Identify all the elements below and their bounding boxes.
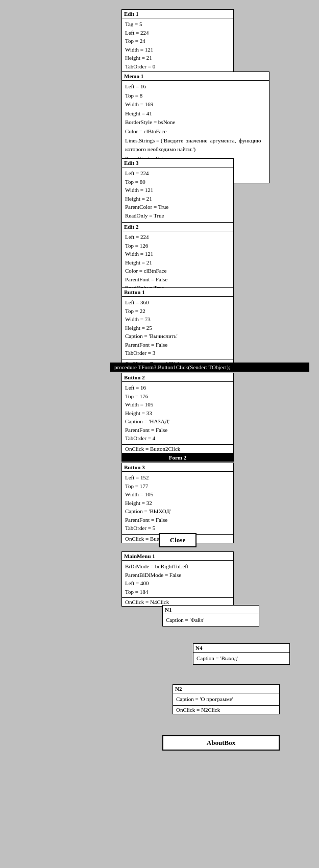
button3-prop-0: Left = 152 (125, 473, 230, 482)
edit3-prop-4: ParentColor = True (125, 203, 230, 211)
close-button[interactable]: Close (159, 533, 197, 547)
n4-panel: N4 Caption = 'Выход' (193, 643, 290, 665)
memo1-prop-3: Height = 41 (125, 109, 266, 118)
n4-title: N4 (193, 644, 289, 653)
edit1-prop-2: Top = 24 (125, 37, 230, 45)
edit2-prop-3: Height = 21 (125, 258, 230, 267)
edit3-prop-2: Width = 121 (125, 186, 230, 195)
edit1-prop-1: Left = 224 (125, 29, 230, 37)
n4-prop-0: Caption = 'Выход' (197, 654, 286, 663)
edit3-panel: Edit 3 Left = 224 Top = 80 Width = 121 H… (121, 158, 234, 230)
edit1-body: Tag = 5 Left = 224 Top = 24 Width = 121 … (122, 18, 233, 72)
n2-event: OnClick = N2Click (173, 705, 279, 714)
memo1-title: Memo 1 (122, 72, 269, 81)
button1-prop-6: TabOrder = 3 (125, 349, 230, 357)
mainmenu1-title: MainMenu 1 (122, 552, 233, 561)
button2-prop-2: Width = 105 (125, 400, 230, 409)
edit2-prop-4: Color = clBtnFace (125, 267, 230, 275)
n2-title: N2 (173, 685, 279, 693)
mainmenu1-prop-0: BiDiMode = bdRightToLeft (125, 562, 230, 571)
n1-prop-0: Caption = 'Файл' (166, 616, 256, 624)
n2-prop-0: Caption = 'О программе' (176, 695, 276, 704)
edit1-prop-5: TabOrder = 0 (125, 62, 230, 71)
edit2-prop-0: Left = 224 (125, 233, 230, 242)
form2-label: Form 2 (121, 453, 234, 462)
button1-panel: Button 1 Left = 360 Top = 22 Width = 73 … (121, 287, 234, 368)
button2-prop-0: Left = 16 (125, 383, 230, 392)
edit1-panel: Edit 1 Tag = 5 Left = 224 Top = 24 Width… (121, 9, 234, 81)
button1-prop-1: Top = 22 (125, 307, 230, 316)
button3-prop-2: Width = 105 (125, 490, 230, 499)
memo1-prop-4: BorderStyle = bsNone (125, 118, 266, 127)
button3-prop-3: Height = 32 (125, 499, 230, 508)
button2-prop-6: TabOrder = 4 (125, 434, 230, 443)
button1-prop-2: Width = 73 (125, 315, 230, 324)
aboutbox-label: AboutBox (162, 735, 280, 751)
mainmenu1-prop-2: Left = 400 (125, 579, 230, 588)
edit1-prop-4: Height = 21 (125, 54, 230, 62)
button2-title: Button 2 (122, 373, 233, 382)
n1-title: N1 (163, 606, 259, 614)
edit3-title: Edit 3 (122, 159, 233, 167)
memo1-prop-5: Color = clBtnFace (125, 127, 266, 136)
button1-prop-0: Left = 360 (125, 298, 230, 307)
button1-prop-3: Height = 25 (125, 324, 230, 332)
memo1-prop-2: Width = 169 (125, 100, 266, 109)
mainmenu1-body: BiDiMode = bdRightToLeft ParentBiDiMode … (122, 561, 233, 597)
n1-panel: N1 Caption = 'Файл' (162, 605, 259, 626)
n1-body: Caption = 'Файл' (163, 614, 259, 626)
edit2-title: Edit 2 (122, 223, 233, 231)
memo1-prop-6: Lines.Strings = ('Введите значение аргум… (125, 136, 266, 154)
button3-title: Button 3 (122, 463, 233, 472)
edit1-prop-0: Tag = 5 (125, 20, 230, 29)
button3-body: Left = 152 Top = 177 Width = 105 Height … (122, 472, 233, 534)
button2-panel: Button 2 Left = 16 Top = 176 Width = 105… (121, 373, 234, 453)
button1-prop-5: ParentFont = False (125, 341, 230, 349)
button2-body: Left = 16 Top = 176 Width = 105 Height =… (122, 382, 233, 444)
procedure-bar: procedure TForm3.Button1Click(Sender: TO… (110, 363, 309, 372)
memo1-prop-0: Left = 16 (125, 82, 266, 91)
n2-panel: N2 Caption = 'О программе' OnClick = N2C… (173, 684, 280, 714)
button2-prop-3: Height = 33 (125, 409, 230, 418)
memo1-prop-1: Top = 8 (125, 91, 266, 101)
edit3-prop-0: Left = 224 (125, 169, 230, 178)
button1-prop-4: Caption = 'Вычислить' (125, 332, 230, 341)
button2-prop-4: Caption = 'НАЗАД' (125, 417, 230, 426)
n2-body: Caption = 'О программе' (173, 693, 279, 705)
edit2-prop-5: ParentFont = False (125, 275, 230, 284)
edit1-title: Edit 1 (122, 10, 233, 18)
button3-prop-1: Top = 177 (125, 482, 230, 491)
button2-prop-5: ParentFont = False (125, 426, 230, 435)
edit1-prop-3: Width = 121 (125, 45, 230, 54)
button3-prop-4: Caption = 'ВЫХОД' (125, 507, 230, 516)
button1-body: Left = 360 Top = 22 Width = 73 Height = … (122, 297, 233, 359)
edit2-prop-2: Width = 121 (125, 250, 230, 258)
button1-title: Button 1 (122, 288, 233, 297)
n4-body: Caption = 'Выход' (193, 653, 289, 664)
edit2-prop-1: Top = 126 (125, 242, 230, 250)
button3-prop-5: ParentFont = False (125, 516, 230, 524)
edit3-prop-3: Height = 21 (125, 195, 230, 203)
edit3-prop-5: ReadOnly = True (125, 211, 230, 220)
mainmenu1-prop-1: ParentBiDiMode = False (125, 571, 230, 580)
edit3-prop-1: Top = 80 (125, 178, 230, 186)
button2-prop-1: Top = 176 (125, 392, 230, 401)
edit3-body: Left = 224 Top = 80 Width = 121 Height =… (122, 167, 233, 230)
